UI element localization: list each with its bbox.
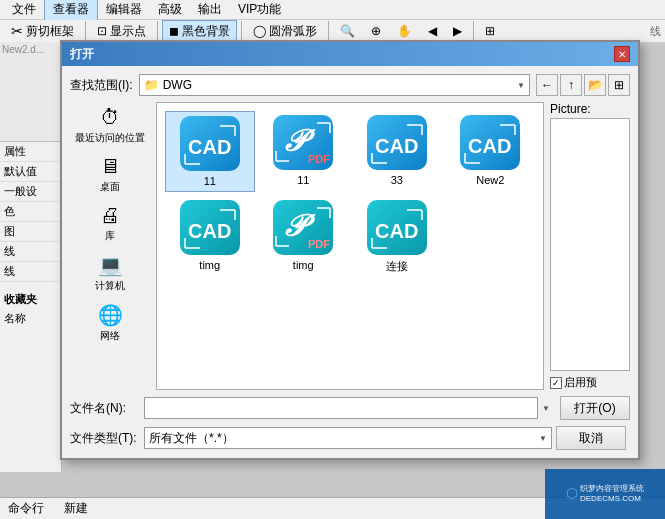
lookin-dropdown[interactable]: 📁 DWG ▼ [139, 74, 530, 96]
network-icon: 🌐 [98, 303, 123, 327]
file-item-5[interactable]: 𝒫 PDF timg [259, 196, 349, 278]
props-attribute: 属性 [0, 142, 61, 162]
brand-icon: ⬡ [566, 485, 578, 501]
toolbar-separator-1 [85, 21, 86, 41]
menu-file[interactable]: 文件 [4, 0, 44, 20]
view-toggle-button[interactable]: ⊞ [608, 74, 630, 96]
svg-text:CAD: CAD [375, 220, 418, 242]
folder-icon: 📁 [144, 78, 159, 92]
up-folder-button[interactable]: ↑ [560, 74, 582, 96]
dialog-body: 查找范围(I): 📁 DWG ▼ ← ↑ 📂 [62, 66, 638, 458]
nav-network-label: 网络 [100, 329, 120, 343]
file-item-4[interactable]: CAD timg [165, 196, 255, 278]
filename-section: 文件名(N): ▼ 打开(O) [70, 396, 630, 420]
file-name-1: 11 [297, 174, 309, 186]
file-item-6[interactable]: CAD 连接 [352, 196, 442, 278]
properties-panel: New2.d... 属性 默认值 一般设 色 图 线 线 收藏夹 名称 [0, 42, 62, 472]
navigation-pane: ⏱ 最近访问的位置 🖥 桌面 🖨 库 💻 计算机 [70, 102, 150, 390]
lookin-row: 查找范围(I): 📁 DWG ▼ ← ↑ 📂 [70, 74, 630, 96]
enable-preview-row: ✓ 启用预 [550, 375, 630, 390]
menu-advanced[interactable]: 高级 [150, 0, 190, 20]
command-line-label: 命令行 [8, 500, 44, 517]
arrow-left-icon: ◀ [428, 24, 437, 38]
go-back-button[interactable]: ← [536, 74, 558, 96]
toolbar-arrow-left[interactable]: ◀ [421, 20, 444, 42]
menu-editor[interactable]: 编辑器 [98, 0, 150, 20]
toolbar-separator-3 [241, 21, 242, 41]
filename-input[interactable] [144, 397, 538, 419]
file-item-3[interactable]: CAD New2 [446, 111, 536, 192]
toolbar-arrow-right[interactable]: ▶ [446, 20, 469, 42]
menu-vip[interactable]: VIP功能 [230, 0, 289, 20]
new-folder-button[interactable]: 📂 [584, 74, 606, 96]
enable-preview-checkbox[interactable]: ✓ [550, 377, 562, 389]
dialog-content: ⏱ 最近访问的位置 🖥 桌面 🖨 库 💻 计算机 [70, 102, 630, 390]
svg-text:CAD: CAD [375, 135, 418, 157]
lookin-value: DWG [163, 78, 513, 92]
nav-network[interactable]: 🌐 网络 [70, 299, 150, 347]
menu-viewer[interactable]: 查看器 [44, 0, 98, 21]
name-label: 名称 [0, 309, 61, 328]
props-general: 一般设 [0, 182, 61, 202]
clip-icon: ✂ [11, 23, 23, 39]
filename-label: 文件名(N): [70, 400, 140, 417]
brand-logo: ⬡ 织梦内容管理系统 DEDECMS.COM [545, 469, 665, 519]
new-button-label[interactable]: 新建 [64, 500, 88, 517]
nav-desktop-label: 桌面 [100, 180, 120, 194]
doc-name: New2.d... [2, 44, 44, 55]
bg-icon: ◼ [169, 24, 179, 38]
points-icon: ⊡ [97, 24, 107, 38]
toolbar-show-points[interactable]: ⊡ 显示点 [90, 20, 153, 42]
menu-bar: 文件 查看器 编辑器 高级 输出 VIP功能 [0, 0, 665, 20]
cad-file-icon-2: CAD [367, 115, 427, 170]
open-button[interactable]: 打开(O) [560, 396, 630, 420]
filetype-value: 所有文件（*.*） [149, 430, 535, 447]
nav-computer[interactable]: 💻 计算机 [70, 249, 150, 297]
toolbar-clip-frame[interactable]: ✂ 剪切框架 [4, 20, 81, 42]
cad-file-icon-4: CAD [180, 200, 240, 255]
back-arrow-icon: ← [541, 78, 553, 92]
filetype-label: 文件类型(T): [70, 430, 140, 447]
props-figure: 图 [0, 222, 61, 242]
filetype-dropdown[interactable]: 所有文件（*.*） ▼ [144, 427, 552, 449]
pdf-file-icon-1: 𝒫 PDF [273, 115, 333, 170]
toolbar-separator-5 [473, 21, 474, 41]
file-name-6: 连接 [386, 259, 408, 274]
open-cancel-buttons: 打开(O) [560, 396, 630, 420]
file-item-0[interactable]: CAD 11 [165, 111, 255, 192]
dropdown-arrow-icon: ▼ [517, 81, 525, 90]
toolbar-smooth-arc[interactable]: ◯ 圆滑弧形 [246, 20, 324, 42]
props-line2: 线 [0, 262, 61, 282]
nav-recent[interactable]: ⏱ 最近访问的位置 [70, 102, 150, 149]
nav-desktop[interactable]: 🖥 桌面 [70, 151, 150, 198]
file-item-2[interactable]: CAD 33 [352, 111, 442, 192]
props-default: 默认值 [0, 162, 61, 182]
lookin-label: 查找范围(I): [70, 77, 133, 94]
toolbar-line-label: 线 [650, 24, 661, 39]
dialog-title: 打开 [70, 46, 94, 63]
brand-line1: 织梦内容管理系统 [580, 483, 644, 494]
pan-icon: ✋ [397, 24, 412, 38]
nav-recent-label: 最近访问的位置 [75, 131, 145, 145]
cad-file-icon-6: CAD [367, 200, 427, 255]
cancel-button[interactable]: 取消 [556, 426, 626, 450]
toolbar-separator-4 [328, 21, 329, 41]
expand-icon: ⊞ [485, 24, 495, 38]
toolbar-zoom[interactable]: 🔍 [333, 20, 362, 42]
menu-output[interactable]: 输出 [190, 0, 230, 20]
file-name-3: New2 [476, 174, 504, 186]
file-item-1[interactable]: 𝒫 PDF 11 [259, 111, 349, 192]
dialog-close-button[interactable]: ✕ [614, 46, 630, 62]
view-icon: ⊞ [614, 78, 624, 92]
cad-file-icon-3: CAD [460, 115, 520, 170]
toolbar-expand[interactable]: ⊞ [478, 20, 502, 42]
svg-text:CAD: CAD [188, 220, 231, 242]
nav-library[interactable]: 🖨 库 [70, 200, 150, 247]
toolbar-zoom-in[interactable]: ⊕ [364, 20, 388, 42]
svg-text:PDF: PDF [308, 238, 330, 250]
cancel-button-area: 取消 [556, 426, 630, 450]
toolbar-pan[interactable]: ✋ [390, 20, 419, 42]
picture-panel: Picture: ✓ 启用预 [550, 102, 630, 390]
arc-icon: ◯ [253, 24, 266, 38]
toolbar-black-bg[interactable]: ◼ 黑色背景 [162, 20, 237, 42]
